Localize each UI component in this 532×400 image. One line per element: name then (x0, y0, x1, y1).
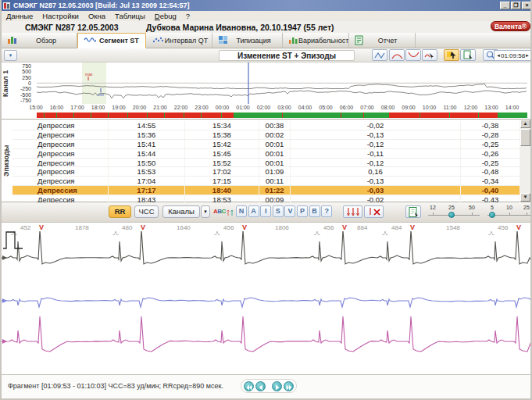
beat-type-button-b[interactable]: B (309, 205, 320, 217)
elevation-button[interactable] (389, 49, 405, 61)
step-back-button[interactable] (255, 381, 266, 391)
tab-вариабельность[interactable]: Вариабельность (283, 33, 349, 48)
abc-labels-icon[interactable]: ABC (213, 208, 226, 215)
beat-type-button-n[interactable]: N (236, 205, 247, 217)
tab-label: Вариабельность (298, 37, 349, 45)
timeline-speck (91, 112, 91, 118)
episode-cell: Депрессия (12, 167, 109, 176)
play-button[interactable] (272, 381, 282, 391)
channel-axis-label: Канал 1 (2, 62, 10, 104)
menu-item-?[interactable]: ? (181, 12, 195, 20)
report-doc-icon (355, 35, 363, 47)
x-axis-tick: 12:00 (459, 105, 483, 110)
beat-type-button-p[interactable]: P (297, 205, 308, 217)
slider-tick (527, 212, 527, 216)
beats-delete-icon[interactable] (364, 205, 384, 218)
episode-row[interactable]: Депрессия14:5515:3400:38-0,02-0,38 (12, 121, 520, 130)
time-next-icon[interactable]: ► (525, 53, 530, 58)
menu-item-настройки[interactable]: Настройки (37, 12, 84, 20)
episodes-side-label: Эпизоды (2, 119, 11, 202)
tab-типизация[interactable]: Типизация (212, 33, 283, 48)
episode-cell: -0,12 (291, 140, 461, 148)
x-axis-tick: 20:00 (128, 105, 152, 110)
fragment-status-text: Фрагмент [01:09:53 - 01:10:03] ЧСС=83 уд… (8, 382, 223, 390)
menu-item-данные[interactable]: Данные (2, 12, 37, 20)
beat-type-button-q[interactable]: ? (321, 205, 332, 217)
ecg-waveforms[interactable] (2, 231, 532, 374)
slider-label: 12 (427, 205, 439, 210)
minimize-button[interactable]: _ (500, 2, 510, 9)
tab-отчет[interactable]: Отчет (349, 33, 416, 48)
tab-интервал-qt[interactable]: Интервал QT (146, 33, 212, 48)
window-title: СМЭКГ N287 12.05.2003 [Build: Jul 13 200… (13, 2, 190, 9)
chart-dropdown-button[interactable]: ▼ (4, 50, 17, 61)
episode-row[interactable]: Депрессия15:3615:3800:02-0,13-0,28 (12, 130, 520, 140)
x-axis-tick: 03:00 (273, 105, 296, 110)
tab-сегмент-st[interactable]: Сегмент ST (77, 33, 146, 48)
slider-tick (509, 212, 510, 216)
st-trend-plot[interactable]: maxmin (37, 62, 527, 104)
valenta-logo-button[interactable]: Валента® (491, 21, 530, 31)
depression-button[interactable] (405, 49, 421, 61)
rewind-button[interactable] (244, 381, 254, 391)
episode-timeline-bar[interactable] (37, 112, 527, 118)
scroll-thumb[interactable] (520, 129, 530, 146)
fast-forward-button[interactable] (284, 381, 294, 391)
v-beat-label: V (242, 223, 247, 231)
slider-knob[interactable] (448, 212, 455, 218)
report-fragment-icon[interactable] (405, 205, 421, 218)
restore-button[interactable]: ❐ (511, 2, 521, 9)
time-navigator[interactable]: ◄ 01:09:58 ► (494, 50, 532, 61)
episode-cell: -0,26 (461, 149, 520, 158)
episode-cell: Депрессия (12, 140, 109, 148)
channels-dropdown-icon[interactable]: ▼ (201, 205, 210, 218)
markers-icon[interactable] (226, 207, 234, 217)
scroll-down-icon[interactable]: ▼ (520, 193, 530, 202)
episode-select-button[interactable] (422, 49, 437, 61)
episode-cell: Депрессия (12, 130, 109, 139)
beats-mark-icon[interactable] (343, 205, 362, 218)
menu-item-окна[interactable]: Окна (84, 12, 110, 20)
svg-text:min: min (98, 92, 104, 97)
x-axis-tick: 13:00 (480, 105, 503, 110)
trend-line-button[interactable] (372, 49, 387, 61)
y-axis-tick: -500 (11, 92, 31, 98)
beat-type-button-i[interactable]: I (260, 205, 271, 217)
rr-interval-value: 456 (323, 224, 334, 231)
scroll-up-icon[interactable]: ▲ (520, 120, 530, 128)
close-button[interactable]: × (522, 2, 532, 9)
episode-cell: 17:15 (185, 177, 259, 185)
export-fragment-button[interactable] (460, 49, 476, 61)
x-axis-tick: 08:00 (377, 105, 400, 110)
episode-row[interactable]: Депрессия17:1718:4001:22-0,03-0,40 (12, 186, 520, 195)
table-scrollbar[interactable]: ▲ ▼ (520, 120, 530, 202)
channels-button[interactable]: Каналы (162, 205, 200, 218)
timeline-speck (341, 112, 341, 118)
x-axis-tick: 19:00 (107, 105, 130, 110)
menu-item-таблицы[interactable]: Таблицы (110, 12, 150, 20)
hr-button[interactable]: ЧСС (134, 205, 159, 218)
beat-type-button-v[interactable]: V (284, 205, 295, 217)
x-axis-tick: 22:00 (170, 105, 193, 110)
episode-row[interactable]: Депрессия15:5015:5200:01-0,12-0,25 (12, 159, 520, 168)
y-axis-tick: 750 (11, 63, 31, 69)
episode-cell: -0,38 (461, 121, 520, 130)
episode-cell: 18:40 (185, 186, 259, 195)
episode-row[interactable]: Депрессия15:4115:4200:01-0,12-0,25 (12, 140, 520, 149)
svg-text:max: max (85, 72, 93, 77)
v-beat-label: V (141, 223, 145, 231)
episode-row[interactable]: Депрессия15:5317:0201:090,16-0,48 (12, 167, 520, 177)
episode-cell: -0,12 (291, 159, 461, 167)
slider-tick (433, 212, 434, 216)
beat-type-button-s[interactable]: S (273, 205, 284, 217)
menu-item-debug[interactable]: Debug (150, 12, 181, 20)
beat-type-button-a[interactable]: A (248, 205, 259, 217)
status-bar: Фрагмент [01:09:53 - 01:10:03] ЧСС=83 уд… (2, 374, 532, 400)
tab-обзор[interactable]: Обзор (2, 33, 77, 48)
cursor-mode-button[interactable] (444, 49, 459, 61)
episode-row[interactable]: Депрессия15:4415:4500:01-0,11-0,26 (12, 149, 520, 159)
slider-knob[interactable] (489, 212, 495, 218)
episode-cell: 00:38 (259, 121, 291, 130)
episode-row[interactable]: Депрессия17:0417:1500:11-0,13-0,34 (12, 177, 520, 186)
rr-button[interactable]: RR (109, 205, 131, 218)
